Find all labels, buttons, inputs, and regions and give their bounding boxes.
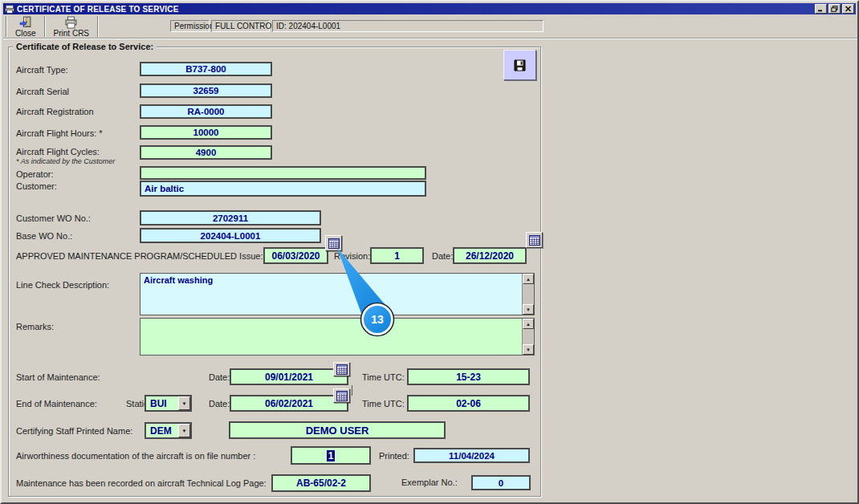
close-window-button[interactable] [842, 4, 854, 14]
remarks-label: Remarks: [16, 322, 54, 331]
line-check-scrollbar[interactable]: ▲ ▼ [522, 274, 534, 315]
close-button-label: Close [15, 29, 36, 38]
station-value: BUI [146, 396, 178, 410]
toolbar: Close Print CRS Permission: FULL CONTROL… [3, 14, 859, 39]
scroll-down-icon[interactable]: ▼ [523, 344, 534, 355]
certifying-staff-select[interactable]: DEM ▼ [145, 422, 192, 439]
amp-label: APPROVED MAINTENANCE PROGRAM/SCHEDULED I… [16, 251, 263, 261]
exemplar-field[interactable]: 0 [471, 475, 531, 490]
minimize-button[interactable] [815, 4, 827, 14]
line-check-textarea[interactable]: Aircraft washing ▲ ▼ [140, 273, 535, 315]
amp-date-calendar-button[interactable] [526, 232, 543, 248]
start-maintenance-label: Start of Maintenance: [16, 372, 100, 382]
amp-revision-label: Revision: [334, 251, 370, 261]
end-date-field[interactable]: 06/02/2021 [230, 395, 348, 412]
record-id-box: ID: 202404-L0001 [272, 20, 543, 32]
flight-hours-label: Aircraft Flight Hours: * [16, 128, 103, 138]
titlebar: CERTIFICATE OF RELEASE TO SERVICE [3, 3, 856, 14]
aircraft-serial-label: Aircraft Serial [16, 87, 69, 96]
customer-label: Customer: [16, 181, 57, 191]
certifying-staff-name-field[interactable]: DEMO USER [229, 421, 446, 439]
line-check-label: Line Check Description: [16, 280, 109, 290]
customer-footnote: * As indicated by the Customer [16, 157, 115, 165]
start-time-field[interactable]: 15-23 [407, 368, 530, 385]
date-connector-line [352, 385, 352, 396]
scroll-up-icon[interactable]: ▲ [523, 274, 534, 284]
tech-log-page-field[interactable]: AB-65/02-2 [271, 474, 371, 492]
permission-value-box: FULL CONTROL [211, 20, 270, 32]
restore-icon [831, 6, 838, 12]
certifying-staff-code: DEM [146, 424, 178, 437]
base-wo-field[interactable]: 202404-L0001 [140, 228, 321, 243]
chevron-down-icon[interactable]: ▼ [178, 396, 190, 410]
app-icon [5, 5, 14, 14]
amp-date-field[interactable]: 26/12/2020 [453, 247, 527, 264]
scroll-down-icon[interactable]: ▼ [523, 304, 534, 315]
scroll-up-icon[interactable]: ▲ [523, 319, 534, 329]
tech-log-label: Maintenance has been recorded on aircraf… [16, 478, 267, 488]
base-wo-label: Base WO No.: [16, 231, 72, 241]
print-crs-button[interactable]: Print CRS [48, 15, 95, 38]
start-date-field[interactable]: 09/01/2021 [230, 368, 348, 385]
save-button[interactable] [503, 50, 536, 80]
calendar-icon [336, 364, 348, 375]
app-window: CERTIFICATE OF RELEASE TO SERVICE [0, 0, 859, 504]
line-check-text: Aircraft washing [144, 275, 213, 285]
aircraft-serial-field[interactable]: 32659 [140, 83, 272, 98]
close-button[interactable]: Close [10, 15, 42, 38]
flight-cycles-label: Aircraft Flight Cycles: [16, 147, 100, 156]
calendar-icon [529, 235, 540, 246]
start-date-calendar-button[interactable] [333, 362, 350, 376]
exit-door-icon [18, 16, 32, 29]
customer-wo-label: Customer WO No.: [16, 213, 91, 223]
remarks-textarea[interactable]: ▲ ▼ [140, 318, 535, 356]
printed-date-field[interactable]: 11/04/2024 [413, 448, 530, 463]
amp-issue-date-field[interactable]: 06/03/2020 [263, 247, 328, 264]
customer-field[interactable]: Air baltic [140, 181, 426, 197]
operator-label: Operator: [16, 169, 53, 179]
start-date-label: Date: [209, 372, 230, 382]
end-maintenance-label: End of Maintenance: [16, 399, 97, 408]
chevron-down-icon[interactable]: ▼ [178, 424, 190, 437]
station-select[interactable]: BUI ▼ [145, 395, 192, 412]
aircraft-type-label: Aircraft Type: [16, 65, 68, 75]
amp-date-label: Date: [432, 251, 453, 261]
amp-issue-calendar-button[interactable] [325, 235, 342, 251]
aircraft-registration-field[interactable]: RA-0000 [140, 104, 272, 119]
flight-hours-field[interactable]: 10000 [140, 125, 272, 140]
customer-wo-field[interactable]: 2702911 [140, 210, 321, 226]
minimize-icon [817, 6, 824, 12]
printer-icon [64, 16, 78, 29]
close-icon [845, 6, 852, 12]
end-date-label: Date: [209, 399, 230, 408]
calendar-icon [328, 238, 340, 249]
end-time-field[interactable]: 02-06 [407, 395, 530, 412]
window-title: CERTIFICATE OF RELEASE TO SERVICE [17, 5, 179, 14]
toolbar-separator [6, 16, 7, 37]
end-time-label: Time UTC: [362, 399, 405, 408]
aircraft-type-field[interactable]: B737-800 [140, 62, 272, 76]
toolbar-separator [97, 16, 99, 37]
airworthiness-label: Airworthiness documentation of the aircr… [16, 451, 255, 461]
print-crs-button-label: Print CRS [54, 29, 89, 38]
floppy-disk-icon [513, 59, 527, 72]
certifying-staff-label: Certifying Staff Printed Name: [16, 426, 132, 436]
remarks-scrollbar[interactable]: ▲ ▼ [522, 319, 534, 355]
operator-field[interactable] [140, 166, 426, 180]
exemplar-label: Exemplar No.: [401, 478, 458, 487]
file-number-selected-text: 1 [327, 450, 336, 461]
end-date-calendar-button[interactable] [333, 388, 350, 403]
restore-button[interactable] [828, 4, 841, 14]
file-number-field[interactable]: 1 [291, 446, 371, 465]
start-time-label: Time UTC: [362, 372, 405, 382]
flight-cycles-field[interactable]: 4900 [140, 145, 272, 160]
aircraft-registration-label: Aircraft Registration [16, 107, 94, 116]
permission-label-box: Permission: [170, 20, 210, 32]
printed-label: Printed: [379, 451, 409, 461]
window-controls [815, 4, 854, 14]
crs-groupbox-title: Certificate of Release to Service: [13, 42, 157, 51]
amp-revision-field[interactable]: 1 [370, 247, 424, 264]
toolbar-separator [44, 16, 46, 37]
calendar-icon [336, 391, 348, 401]
